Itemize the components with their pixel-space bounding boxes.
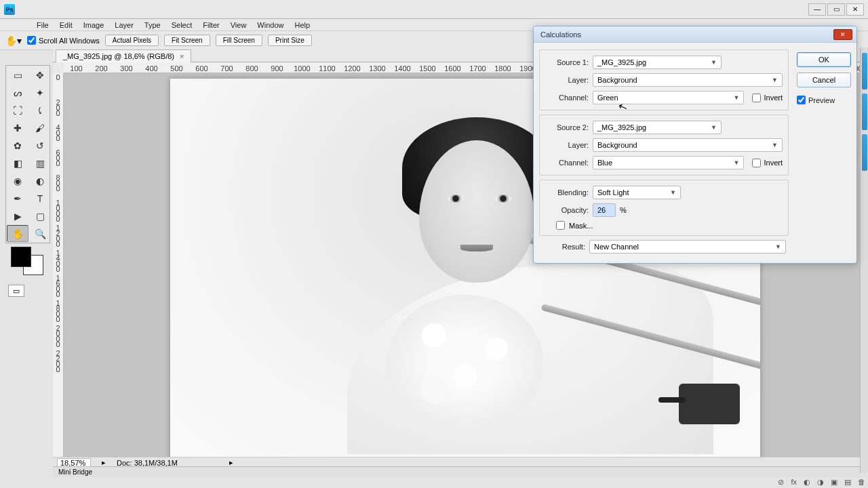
doc-size-label: Doc: 38,1M/38,1M	[117, 459, 178, 467]
preview-checkbox[interactable]	[797, 96, 806, 104]
ruler-tick: 1800	[53, 299, 63, 324]
chevron-down-icon: ▼	[734, 94, 740, 101]
mask-icon[interactable]: ◐	[804, 478, 810, 487]
color-well[interactable]	[7, 245, 49, 279]
maximize-button[interactable]: ▭	[827, 3, 845, 16]
type-icon[interactable]: T	[29, 190, 51, 207]
ruler-tick: 1400	[390, 64, 415, 73]
menu-view[interactable]: View	[225, 20, 252, 30]
blending-mode-value: Soft Light	[597, 188, 629, 197]
menu-help[interactable]: Help	[289, 20, 315, 30]
mini-bridge-panel-tab[interactable]: Mini Bridge	[53, 466, 867, 477]
marquee-icon[interactable]: ▭	[7, 66, 28, 83]
foreground-color-swatch[interactable]	[11, 247, 31, 267]
fx-icon[interactable]: fx	[791, 478, 797, 487]
dialog-close-button[interactable]: ✕	[833, 29, 852, 40]
folder-icon[interactable]: ▣	[831, 478, 837, 487]
chevron-down-icon: ▼	[670, 189, 676, 196]
fill-screen-button[interactable]: Fill Screen	[216, 35, 262, 46]
menu-type[interactable]: Type	[139, 20, 166, 30]
document-tab[interactable]: _MG_3925.jpg @ 18,6% (RGB/8) ×	[56, 49, 191, 62]
blur-icon[interactable]: ◉	[7, 172, 28, 189]
menu-layer[interactable]: Layer	[109, 20, 139, 30]
mask-checkbox[interactable]	[556, 221, 565, 230]
dock-tab-1[interactable]	[862, 53, 867, 89]
pen-icon[interactable]: ✒	[7, 190, 28, 207]
result-value: New Channel	[594, 243, 639, 251]
eyedropper-icon[interactable]: ⤹	[29, 102, 51, 119]
trash-icon[interactable]: 🗑	[858, 478, 865, 487]
adjustment-icon[interactable]: ◑	[817, 478, 824, 487]
blending-mode-select[interactable]: Soft Light▼	[593, 186, 681, 199]
source2-layer-value: Background	[597, 141, 637, 149]
lasso-icon[interactable]: ᔕ	[7, 84, 28, 101]
menu-filter[interactable]: Filter	[197, 20, 224, 30]
menu-select[interactable]: Select	[166, 20, 198, 30]
hand-tool-preset-icon[interactable]: ✋▾	[5, 35, 22, 46]
source2-group: Source 2: _MG_3925.jpg▼ Layer: Backgroun…	[539, 115, 789, 176]
ruler-tick: 1200	[340, 64, 365, 73]
brush-icon[interactable]: 🖌	[29, 119, 51, 136]
toolbox: ▭✥ᔕ✦⛶⤹✚🖌✿↺◧▥◉◐✒T▶▢✋🔍	[5, 65, 50, 243]
healing-brush-icon[interactable]: ✚	[7, 119, 28, 136]
app-logo: Ps	[4, 4, 15, 15]
ruler-tick: 1500	[415, 64, 440, 73]
minimize-button[interactable]: —	[808, 3, 826, 16]
scroll-all-windows-checkbox[interactable]: Scroll All Windows	[27, 36, 100, 45]
close-button[interactable]: ✕	[846, 3, 864, 16]
print-size-button[interactable]: Print Size	[268, 35, 312, 46]
chevron-down-icon: ▼	[711, 59, 717, 66]
menu-edit[interactable]: Edit	[54, 20, 78, 30]
ruler-tick: 1600	[53, 274, 63, 299]
hand-icon[interactable]: ✋	[7, 225, 28, 242]
menu-image[interactable]: Image	[78, 20, 110, 30]
dodge-icon[interactable]: ◐	[29, 172, 51, 189]
close-tab-icon[interactable]: ×	[180, 52, 184, 60]
source1-invert-checkbox[interactable]	[752, 94, 761, 102]
gradient-icon[interactable]: ▥	[29, 155, 51, 171]
fit-screen-button[interactable]: Fit Screen	[164, 35, 210, 46]
path-select-icon[interactable]: ▶	[7, 207, 28, 224]
shape-icon[interactable]: ▢	[29, 207, 51, 224]
source1-file-select[interactable]: _MG_3925.jpg▼	[593, 56, 722, 69]
source1-channel-select[interactable]: Green▼	[593, 91, 744, 104]
new-icon[interactable]: ▤	[844, 478, 851, 487]
vertical-ruler[interactable]: 0200400600800100012001400160018002000220…	[53, 73, 64, 457]
ruler-tick: 200	[53, 98, 63, 123]
chevron-down-icon: ▼	[711, 124, 717, 131]
source1-layer-select[interactable]: Background▼	[593, 73, 783, 87]
menu-file[interactable]: File	[31, 20, 54, 30]
dock-tab-2[interactable]	[862, 94, 867, 130]
crop-icon[interactable]: ⛶	[7, 102, 28, 119]
result-select[interactable]: New Channel▼	[589, 240, 786, 253]
scroll-all-windows-input[interactable]	[27, 36, 36, 45]
link-icon[interactable]: ⊘	[778, 478, 784, 487]
clone-stamp-icon[interactable]: ✿	[7, 137, 28, 154]
opacity-label: Opacity:	[545, 206, 589, 214]
eraser-icon[interactable]: ◧	[7, 155, 28, 171]
dock-tab-3[interactable]	[862, 134, 867, 171]
source1-invert-label: Invert	[764, 94, 783, 102]
preview-checkbox-wrap[interactable]: Preview	[797, 96, 840, 104]
source2-file-select[interactable]: _MG_3925.jpg▼	[593, 121, 722, 134]
zoom-icon[interactable]: 🔍	[29, 225, 51, 242]
ruler-tick: 0	[53, 73, 63, 98]
move-icon[interactable]: ✥	[29, 66, 51, 83]
dialog-title: Calculations	[538, 30, 581, 39]
source2-channel-select[interactable]: Blue▼	[593, 156, 744, 169]
chevron-down-icon: ▼	[772, 77, 778, 83]
actual-pixels-button[interactable]: Actual Pixels	[105, 35, 159, 46]
history-brush-icon[interactable]: ↺	[29, 137, 51, 154]
cancel-button[interactable]: Cancel	[797, 73, 851, 87]
dialog-titlebar[interactable]: Calculations ✕	[534, 26, 856, 43]
quick-mask-button[interactable]: ▭	[8, 285, 24, 297]
ruler-tick: 1000	[53, 199, 63, 224]
source1-label: Source 1:	[545, 58, 589, 66]
right-panel-dock[interactable]	[860, 47, 868, 473]
source2-invert-checkbox[interactable]	[752, 159, 761, 167]
ok-button[interactable]: OK	[797, 52, 851, 67]
magic-wand-icon[interactable]: ✦	[29, 84, 51, 101]
menu-window[interactable]: Window	[252, 20, 289, 30]
opacity-input[interactable]: 26	[593, 203, 616, 217]
source2-layer-select[interactable]: Background▼	[593, 138, 783, 152]
